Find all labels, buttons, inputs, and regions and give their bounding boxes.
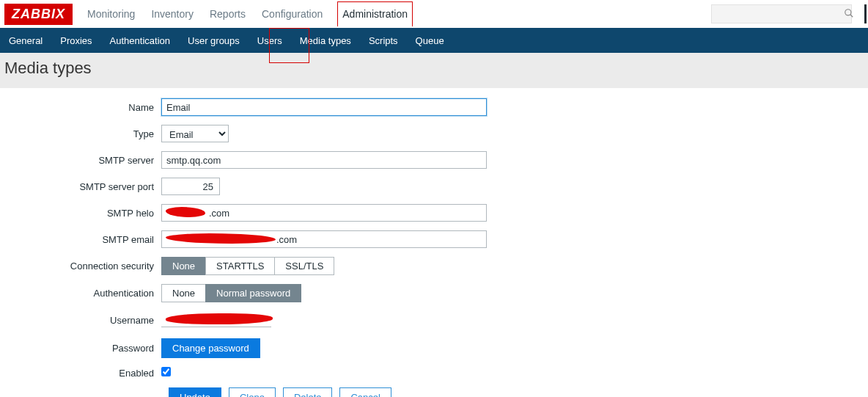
subnav-general[interactable]: General bbox=[0, 29, 51, 53]
page-header-area: Media types bbox=[0, 53, 868, 88]
smtp-port-input[interactable] bbox=[161, 178, 220, 195]
label-smtp-helo: SMTP helo bbox=[4, 208, 161, 219]
delete-button[interactable]: Delete bbox=[283, 387, 333, 397]
subnav-authentication[interactable]: Authentication bbox=[101, 29, 179, 53]
label-username: Username bbox=[4, 315, 161, 326]
top-bar: ZABBIX Monitoring Inventory Reports Conf… bbox=[0, 0, 868, 28]
svg-line-1 bbox=[850, 14, 853, 17]
label-name: Name bbox=[4, 102, 161, 113]
svg-point-0 bbox=[845, 9, 851, 15]
right-edge-bar bbox=[864, 4, 867, 23]
conn-sec-none[interactable]: None bbox=[161, 257, 206, 275]
smtp-server-input[interactable] bbox=[161, 151, 487, 169]
label-smtp-server: SMTP server bbox=[4, 155, 161, 166]
search-input[interactable] bbox=[712, 9, 844, 20]
search-icon[interactable] bbox=[844, 8, 854, 21]
subnav-mediatypes[interactable]: Media types bbox=[291, 29, 360, 53]
clone-button[interactable]: Clone bbox=[229, 387, 276, 397]
nav-reports[interactable]: Reports bbox=[208, 1, 247, 26]
subnav-proxies[interactable]: Proxies bbox=[51, 29, 100, 53]
action-buttons: Update Clone Delete Cancel bbox=[169, 387, 868, 397]
conn-security-segment: None STARTTLS SSL/TLS bbox=[161, 257, 334, 275]
label-smtp-port: SMTP server port bbox=[4, 181, 161, 192]
top-nav: Monitoring Inventory Reports Configurati… bbox=[86, 1, 413, 26]
cancel-button[interactable]: Cancel bbox=[339, 387, 391, 397]
auth-normal[interactable]: Normal password bbox=[205, 284, 301, 302]
subnav-scripts[interactable]: Scripts bbox=[360, 29, 407, 53]
update-button[interactable]: Update bbox=[169, 387, 221, 397]
label-type: Type bbox=[4, 128, 161, 139]
form-content: Name Type Email SMTP server SMTP server … bbox=[4, 88, 868, 397]
auth-segment: None Normal password bbox=[161, 284, 301, 302]
sub-nav: General Proxies Authentication User grou… bbox=[0, 28, 868, 53]
auth-none[interactable]: None bbox=[161, 284, 206, 302]
label-enabled: Enabled bbox=[4, 368, 161, 379]
subnav-users[interactable]: Users bbox=[249, 29, 291, 53]
conn-sec-starttls[interactable]: STARTTLS bbox=[205, 257, 275, 275]
page-title: Media types bbox=[4, 59, 868, 78]
nav-inventory[interactable]: Inventory bbox=[150, 1, 195, 26]
label-conn-sec: Connection security bbox=[4, 261, 161, 272]
subnav-queue[interactable]: Queue bbox=[407, 29, 453, 53]
label-smtp-email: SMTP email bbox=[4, 234, 161, 245]
enabled-checkbox[interactable] bbox=[161, 367, 171, 376]
conn-sec-ssltls[interactable]: SSL/TLS bbox=[274, 257, 334, 275]
zabbix-logo[interactable]: ZABBIX bbox=[4, 4, 73, 25]
name-input[interactable] bbox=[161, 98, 487, 116]
label-auth: Authentication bbox=[4, 288, 161, 299]
nav-monitoring[interactable]: Monitoring bbox=[86, 1, 136, 26]
change-password-button[interactable]: Change password bbox=[161, 338, 260, 358]
nav-administration[interactable]: Administration bbox=[337, 1, 413, 26]
nav-configuration[interactable]: Configuration bbox=[260, 1, 324, 26]
subnav-usergroups[interactable]: User groups bbox=[179, 29, 249, 53]
label-password: Password bbox=[4, 343, 161, 354]
type-select[interactable]: Email bbox=[161, 125, 229, 142]
smtp-helo-input[interactable] bbox=[161, 204, 487, 222]
redaction-username bbox=[166, 313, 273, 324]
search-box bbox=[711, 4, 852, 23]
